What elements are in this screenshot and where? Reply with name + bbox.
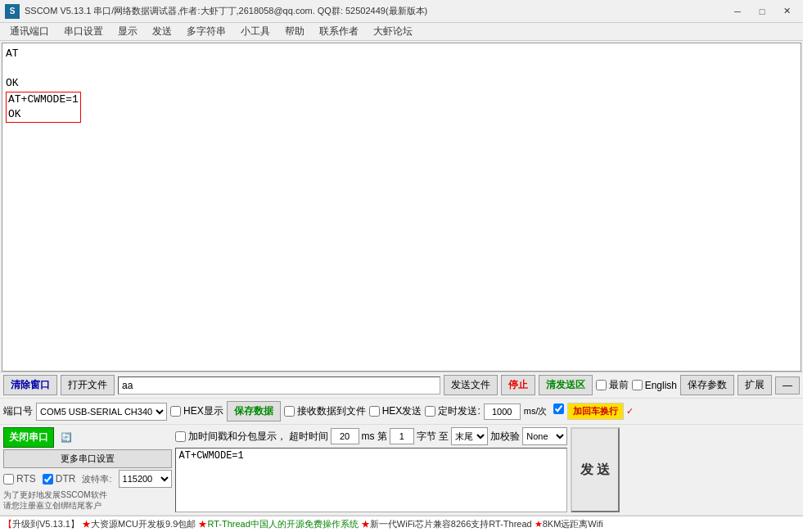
window-controls: ─ □ ✕ <box>726 2 798 20</box>
note2: 请您注册嘉立创绑结尾客户 <box>3 500 172 511</box>
rts-label[interactable]: RTS <box>16 473 36 485</box>
time-pack-label[interactable]: 加时间戳和分包显示， <box>188 430 286 444</box>
hex-display-label[interactable]: HEX显示 <box>183 404 223 418</box>
interval-input[interactable] <box>484 404 521 420</box>
terminal-content: AT OK AT+CWMODE=1 OK <box>6 47 797 123</box>
menu-item-串口设置[interactable]: 串口设置 <box>57 23 110 40</box>
english-label[interactable]: English <box>645 380 677 391</box>
menubar: 通讯端口串口设置显示发送多字符串小工具帮助联系作者大虾论坛 <box>0 23 803 41</box>
hex-send-group: HEX发送 <box>369 404 422 418</box>
rts-dtr-group: 关闭串口 🔄 <box>3 427 172 448</box>
send-row: 关闭串口 🔄 更多串口设置 RTS DTR 波特率: 115200 <box>0 425 803 516</box>
terminal-output[interactable]: AT OK AT+CWMODE=1 OK <box>2 43 801 372</box>
menu-item-大虾论坛[interactable]: 大虾论坛 <box>367 23 419 40</box>
baudrate-select[interactable]: 115200 <box>119 470 172 488</box>
expand-button[interactable]: 扩展 <box>738 375 772 395</box>
dtr-checkbox[interactable] <box>43 474 53 485</box>
hex-send-label[interactable]: HEX发送 <box>382 404 422 418</box>
clear-window-button[interactable]: 清除窗口 <box>3 375 57 395</box>
main-area: AT OK AT+CWMODE=1 OK 清除窗口 打开文件 发送文件 停止 清… <box>0 41 803 532</box>
checksum-label: 加校验 <box>490 430 520 444</box>
timeout-label: 超时时间 <box>289 430 328 444</box>
send-file-button[interactable]: 发送文件 <box>444 375 498 395</box>
titlebar: S SSCOM V5.13.1 串口/网络数据调试器,作者:大虾丁丁,26180… <box>0 0 803 23</box>
menu-item-发送[interactable]: 发送 <box>146 23 178 40</box>
port-label: 端口号 <box>3 404 33 418</box>
recv-to-file-label[interactable]: 接收数据到文件 <box>297 404 366 418</box>
note-panel: 为了更好地发展SSCOM软件 请您注册嘉立创绑结尾客户 <box>3 489 172 511</box>
byte-label: 字节 至 <box>417 430 449 444</box>
note1: 为了更好地发展SSCOM软件 <box>3 489 172 500</box>
highlight-box: AT+CWMODE=1 OK <box>6 92 81 123</box>
send-middle-panel: 加时间戳和分包显示， 超时时间 ms 第 字节 至 末尾 加校验 None AT… <box>175 427 568 512</box>
last-checkbox[interactable] <box>596 380 607 390</box>
minimize-button[interactable]: ─ <box>726 2 749 20</box>
menu-item-通讯端口[interactable]: 通讯端口 <box>3 23 56 40</box>
ad-item4: 8KM远距离Wifi <box>543 519 603 529</box>
hex-display-checkbox[interactable] <box>170 406 181 417</box>
stop-button[interactable]: 停止 <box>501 375 535 395</box>
checksum-select[interactable]: None <box>522 427 567 445</box>
rts-dtr-row: RTS DTR 波特率: 115200 <box>3 470 172 488</box>
timed-send-group: 定时发送: <box>425 404 480 418</box>
open-file-button[interactable]: 打开文件 <box>61 375 115 395</box>
byte-num-input[interactable] <box>390 428 414 444</box>
title-text: SSCOM V5.13.1 串口/网络数据调试器,作者:大虾丁丁,2618058… <box>25 5 726 17</box>
ad-text: 【升级到V5.13.1】 ★大资源MCU开发板9.9包邮 ★RT-Thread中… <box>3 518 603 530</box>
send-button[interactable]: 发 送 <box>571 427 620 512</box>
time-pack-group: 加时间戳和分包显示， <box>175 430 286 444</box>
crlf-checkbox[interactable] <box>553 404 564 414</box>
dtr-group: DTR <box>43 473 76 485</box>
refresh-icon[interactable]: 🔄 <box>61 432 72 443</box>
menu-item-多字符串[interactable]: 多字符串 <box>180 23 232 40</box>
crlf-indicator: ✓ <box>626 406 634 416</box>
close-port-button[interactable]: 关闭串口 <box>3 427 54 448</box>
timeout-input[interactable] <box>331 428 359 444</box>
timed-send-checkbox[interactable] <box>425 406 435 417</box>
hex-send-checkbox[interactable] <box>369 406 380 417</box>
ad-bracket: 【 <box>3 519 12 529</box>
send-left-panel: 关闭串口 🔄 更多串口设置 RTS DTR 波特率: 115200 <box>3 427 172 512</box>
rts-checkbox[interactable] <box>3 474 14 485</box>
more-settings-button[interactable]: 更多串口设置 <box>3 449 172 468</box>
english-checkbox-group: English <box>632 380 677 391</box>
recv-file-group: 接收数据到文件 <box>284 404 366 418</box>
time-pack-checkbox[interactable] <box>175 431 186 442</box>
baudrate-label: 波特率: <box>82 473 111 485</box>
close-button[interactable]: ✕ <box>775 2 798 20</box>
toolbar2: 端口号 COM5 USB-SERIAL CH340 HEX显示 保存数据 接收数… <box>0 399 803 425</box>
save-param-button[interactable]: 保存参数 <box>680 375 734 395</box>
bottom-area: 清除窗口 打开文件 发送文件 停止 清发送区 最前 English 保存参数 扩… <box>0 372 803 532</box>
last-checkbox-group: 最前 <box>596 378 629 392</box>
maximize-button[interactable]: □ <box>751 2 774 20</box>
menu-item-小工具[interactable]: 小工具 <box>234 23 277 40</box>
menu-item-联系作者[interactable]: 联系作者 <box>313 23 365 40</box>
ad-upgrade: 升级到V5.13.1】 <box>12 519 79 529</box>
timed-send-label[interactable]: 定时发送: <box>438 404 480 418</box>
save-data-button[interactable]: 保存数据 <box>227 401 281 422</box>
ad-star3: ★ <box>361 519 370 529</box>
rts-group: RTS <box>3 473 36 485</box>
crlf-button[interactable]: 加回车换行 <box>567 403 624 420</box>
dtr-label[interactable]: DTR <box>56 473 76 485</box>
ad-item1: 大资源MCU开发板9.9包邮 <box>91 519 198 529</box>
hex-display-group: HEX显示 <box>170 404 223 418</box>
toolbar1: 清除窗口 打开文件 发送文件 停止 清发送区 最前 English 保存参数 扩… <box>0 372 803 399</box>
ad-item3: 新一代WiFi芯片兼容8266支持RT-Thread <box>370 519 535 529</box>
ad-item2: RT-Thread中国人的开源免费操作系统 <box>207 519 360 529</box>
english-checkbox[interactable] <box>632 380 643 390</box>
time-pack-row: 加时间戳和分包显示， 超时时间 ms 第 字节 至 末尾 加校验 None <box>175 427 568 445</box>
menu-item-帮助[interactable]: 帮助 <box>278 23 311 40</box>
port-select[interactable]: COM5 USB-SERIAL CH340 <box>36 403 167 421</box>
menu-item-显示[interactable]: 显示 <box>111 23 144 40</box>
ad-star1: ★ <box>82 519 91 529</box>
ms-label: ms 第 <box>362 430 387 444</box>
end-select[interactable]: 末尾 <box>451 427 488 445</box>
send-btn-label: 发 送 <box>580 462 610 479</box>
clear-send-button[interactable]: 清发送区 <box>539 375 593 395</box>
file-input[interactable] <box>118 376 440 394</box>
last-label[interactable]: 最前 <box>609 378 629 392</box>
recv-to-file-checkbox[interactable] <box>284 406 295 417</box>
send-input[interactable]: AT+CWMODE=1 <box>175 448 568 512</box>
minus-button[interactable]: — <box>775 376 800 394</box>
